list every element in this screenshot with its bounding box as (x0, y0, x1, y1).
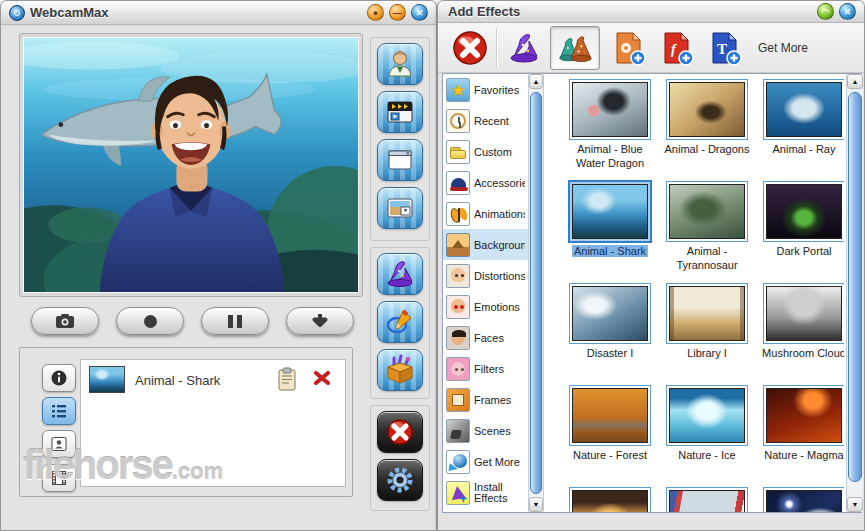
effect-dragons[interactable]: Animal - Dragons (659, 79, 755, 156)
wizard-hat-icon (506, 30, 542, 66)
category-get-more[interactable]: Get More (443, 446, 528, 477)
clock-icon (446, 109, 470, 133)
doodle-pencil-icon (384, 306, 416, 338)
window-source-button[interactable] (377, 139, 423, 181)
face-icon (446, 326, 470, 350)
doodling-button[interactable] (377, 301, 423, 343)
image-view-button[interactable] (42, 430, 76, 458)
category-favorites[interactable]: Favorites (443, 74, 528, 105)
distorted-face-icon (446, 264, 470, 288)
wizard-hat-icon (384, 258, 416, 290)
category-install-effects[interactable]: Install Effects (443, 477, 528, 508)
category-frames[interactable]: Frames (443, 384, 528, 415)
screen: WebcamMax ● — ✕ (0, 0, 865, 531)
effect-row5-3[interactable] (756, 487, 844, 512)
effect-thumbnail (766, 82, 842, 137)
add-effects-window: Add Effects ◠ ✕ (437, 0, 865, 531)
minimize-button[interactable]: — (389, 4, 406, 21)
effect-tyrannosaur[interactable]: Animal - Tyrannosaur (659, 181, 755, 272)
scroll-up-button[interactable]: ▲ (529, 74, 543, 89)
wizard-hat-plus-icon (446, 481, 470, 505)
category-faces[interactable]: Faces (443, 322, 528, 353)
picture-in-picture-button[interactable] (377, 187, 423, 229)
add-flash-button[interactable]: f (654, 26, 698, 70)
scroll-up-button[interactable]: ▲ (847, 74, 863, 89)
pin-button[interactable]: ◠ (817, 3, 834, 20)
single-effect-tab[interactable] (502, 26, 546, 70)
effects-toolbar: f T Get More (438, 23, 864, 73)
playlist[interactable]: Animal - Shark (80, 359, 346, 487)
effect-dark-portal[interactable]: Dark Portal (756, 181, 844, 258)
package-box-icon (384, 354, 416, 386)
effect-blue-water-dragon[interactable]: Animal - Blue Water Dragon (562, 79, 658, 170)
get-more-link[interactable]: Get More (758, 23, 808, 73)
scene-icon (446, 419, 470, 443)
effect-nature-magma[interactable]: Nature - Magma (756, 385, 844, 462)
double-wizard-hats-icon (557, 30, 593, 66)
playlist-item[interactable]: Animal - Shark (81, 360, 345, 400)
category-scrollbar[interactable]: ▲ ▼ (528, 74, 544, 512)
category-filters[interactable]: Filters (443, 353, 528, 384)
person-icon (384, 48, 416, 80)
category-custom[interactable]: Custom (443, 136, 528, 167)
category-backgrounds[interactable]: Backgrounds (443, 229, 528, 260)
effect-nature-ice[interactable]: Nature - Ice (659, 385, 755, 462)
close-button[interactable]: ✕ (839, 3, 856, 20)
video-source-button[interactable] (377, 91, 423, 133)
copy-button[interactable] (277, 367, 297, 391)
settings-button[interactable] (377, 459, 423, 501)
info-icon (50, 369, 68, 387)
webcammax-app-icon (9, 5, 25, 21)
effect-mushroom-cloud[interactable]: Mushroom Cloud (756, 283, 844, 360)
effect-row5-1[interactable] (562, 487, 658, 512)
category-recent[interactable]: Recent (443, 105, 528, 136)
desert-photo-icon (446, 233, 470, 257)
effect-library[interactable]: Library I (659, 283, 755, 360)
window-title: WebcamMax (30, 5, 109, 20)
effects-package-button[interactable] (377, 349, 423, 391)
record-button[interactable] (116, 307, 184, 335)
effect-row5-2[interactable] (659, 487, 755, 512)
close-effects-button[interactable] (452, 30, 488, 66)
effects-group (370, 247, 430, 399)
snapshot-button[interactable] (31, 307, 99, 335)
scrollbar-thumb[interactable] (848, 92, 862, 482)
category-accessories[interactable]: Accessories (443, 167, 528, 198)
save-button[interactable] (286, 307, 354, 335)
list-view-button[interactable] (42, 397, 76, 425)
effect-thumbnail (572, 184, 648, 239)
effect-disaster[interactable]: Disaster I (562, 283, 658, 360)
scroll-down-button[interactable]: ▼ (529, 497, 543, 512)
effects-button[interactable] (377, 253, 423, 295)
filmstrip-icon (50, 469, 68, 487)
effect-ray[interactable]: Animal - Ray (756, 79, 844, 156)
info-button[interactable] (42, 364, 76, 392)
scrollbar-thumb[interactable] (530, 92, 542, 494)
stop-button[interactable] (377, 411, 423, 453)
effect-shark-selected[interactable]: Animal - Shark (562, 181, 658, 258)
category-list: Favorites Recent Custom Accessories Anim… (443, 74, 528, 512)
add-text-button[interactable]: T (702, 26, 746, 70)
add-picture-button[interactable] (606, 26, 650, 70)
video-view-button[interactable] (42, 464, 76, 492)
delete-button[interactable] (313, 369, 331, 387)
multi-effects-tab[interactable] (550, 26, 600, 70)
camera-icon (55, 313, 75, 329)
webcammax-titlebar[interactable]: WebcamMax ● — ✕ (1, 1, 436, 25)
effect-thumbnail (572, 82, 648, 137)
pause-button[interactable] (201, 307, 269, 335)
category-emotions[interactable]: Emotions (443, 291, 528, 322)
category-distortions[interactable]: Distortions (443, 260, 528, 291)
scroll-down-button[interactable]: ▼ (847, 497, 863, 512)
effects-scrollbar[interactable]: ▲ ▼ (846, 74, 863, 512)
red-close-icon (452, 30, 488, 66)
gear-icon (384, 464, 416, 496)
tray-button[interactable]: ● (367, 4, 384, 21)
image-icon (50, 435, 68, 453)
category-animations[interactable]: Animations (443, 198, 528, 229)
close-button[interactable]: ✕ (411, 4, 428, 21)
add-effects-titlebar[interactable]: Add Effects ◠ ✕ (438, 1, 864, 23)
webcam-source-button[interactable] (377, 43, 423, 85)
category-scenes[interactable]: Scenes (443, 415, 528, 446)
effect-nature-forest[interactable]: Nature - Forest (562, 385, 658, 462)
